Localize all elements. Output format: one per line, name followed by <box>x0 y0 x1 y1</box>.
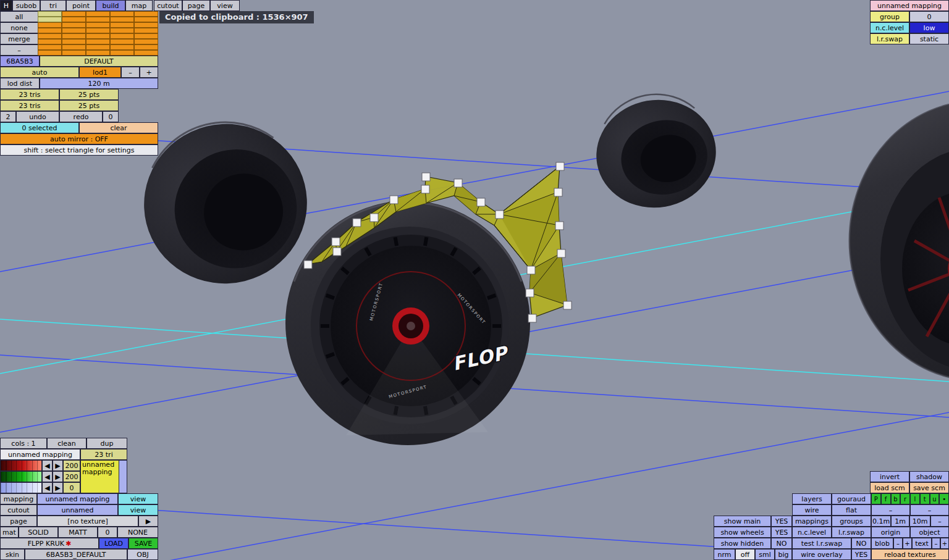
page-next-button[interactable]: ▶ <box>138 516 158 527</box>
dash-button[interactable]: – <box>910 504 949 516</box>
flat-button[interactable]: flat <box>832 504 871 516</box>
vertex-handle[interactable] <box>370 214 378 222</box>
palette-cell[interactable] <box>86 33 110 39</box>
tab-build[interactable]: build <box>96 0 125 11</box>
tab-map[interactable]: map <box>125 0 153 11</box>
show-hidden-value[interactable]: NO <box>771 538 792 549</box>
palette-cell[interactable] <box>86 44 110 50</box>
cutout-view-button[interactable]: view <box>118 504 158 516</box>
palette-cell[interactable] <box>62 50 86 56</box>
palette-cell[interactable] <box>110 33 134 39</box>
nc-level-button[interactable]: n.c.level <box>792 527 832 538</box>
skin-value[interactable]: 6BA5B3_DEFAULT <box>25 549 127 560</box>
show-main-toggle[interactable]: show main <box>714 516 771 527</box>
tab-view[interactable]: view <box>210 0 240 11</box>
toggle-dot-button[interactable]: • <box>939 493 949 504</box>
object-id-button[interactable]: 6BA5B3 <box>0 56 40 67</box>
palette-cell[interactable] <box>86 17 110 22</box>
preset-default-button[interactable]: DEFAULT <box>40 56 158 67</box>
toggle-b-button[interactable]: b <box>891 493 901 504</box>
palette-cell[interactable] <box>62 22 86 28</box>
lr-swap-button[interactable]: l.r.swap <box>832 527 871 538</box>
cols-button[interactable]: cols : 1 <box>0 438 47 449</box>
save-scm-button[interactable]: save scm <box>909 482 949 493</box>
vertex-handle[interactable] <box>557 249 565 257</box>
palette-cell[interactable] <box>38 17 62 22</box>
palette-cell[interactable] <box>38 39 62 44</box>
mapping-list-item[interactable]: unnamed mapping <box>80 460 119 493</box>
test-lr-swap-value[interactable]: NO <box>851 538 871 549</box>
palette-cell[interactable] <box>62 39 86 44</box>
palette-cell[interactable] <box>134 39 158 44</box>
palette-cell[interactable] <box>86 39 110 44</box>
palette-cell[interactable] <box>38 22 62 28</box>
blue-channel-value[interactable]: 0 <box>63 482 80 493</box>
palette-cell[interactable] <box>110 22 134 28</box>
vertex-handle[interactable] <box>554 188 562 196</box>
wire-overlay-value[interactable]: YES <box>851 549 871 560</box>
palette-cell[interactable] <box>38 50 62 56</box>
text-plus-button[interactable]: + <box>940 538 949 549</box>
layers-button[interactable]: layers <box>792 493 832 504</box>
palette-cell[interactable] <box>86 11 110 17</box>
text-button[interactable]: text <box>912 538 932 549</box>
palette-cell[interactable] <box>110 11 134 17</box>
object-button[interactable]: object <box>910 527 949 538</box>
invert-button[interactable]: invert <box>870 471 909 482</box>
blob-plus-button[interactable]: + <box>903 538 912 549</box>
blob-minus-button[interactable]: – <box>893 538 903 549</box>
palette-cell[interactable] <box>38 44 62 50</box>
palette-cell[interactable] <box>134 50 158 56</box>
tab-tri[interactable]: tri <box>40 0 66 11</box>
dash-button[interactable]: – <box>871 504 910 516</box>
green-channel-bar[interactable] <box>0 471 42 482</box>
lod-dist-value[interactable]: 120 m <box>40 78 158 89</box>
lr-swap-value[interactable]: static <box>909 33 949 44</box>
palette-cell[interactable] <box>62 33 86 39</box>
gouraud-button[interactable]: gouraud <box>832 493 871 504</box>
palette-cell[interactable] <box>62 17 86 22</box>
nrm-off-button[interactable]: off <box>735 549 755 560</box>
grid-10m-button[interactable]: 10m <box>909 516 930 527</box>
vertex-handle[interactable] <box>555 222 563 230</box>
load-scm-button[interactable]: load scm <box>870 482 909 493</box>
grid-1m-button[interactable]: 1m <box>891 516 909 527</box>
red-channel-value[interactable]: 200 <box>63 460 80 471</box>
vertex-handle[interactable] <box>477 198 485 206</box>
mapping-view-button[interactable]: view <box>118 493 158 504</box>
text-minus-button[interactable]: – <box>932 538 940 549</box>
clean-button[interactable]: clean <box>47 438 86 449</box>
vertex-handle[interactable] <box>563 301 572 309</box>
lod1-button[interactable]: lod1 <box>79 67 121 78</box>
vertex-handle[interactable] <box>496 211 504 219</box>
mapping-value[interactable]: unnamed mapping <box>37 493 118 504</box>
mapping-name[interactable]: unnamed mapping <box>0 449 80 460</box>
vertex-handle[interactable] <box>422 173 430 181</box>
auto-mirror-toggle[interactable]: auto mirror : OFF <box>0 133 158 144</box>
toggle-l-button[interactable]: l <box>910 493 920 504</box>
vertex-handle[interactable] <box>390 196 398 204</box>
arrow-left-icon[interactable]: ◀ <box>42 482 53 493</box>
palette-cell[interactable] <box>38 11 62 17</box>
palette-cell[interactable] <box>110 17 134 22</box>
undo-button[interactable]: undo <box>16 111 59 122</box>
page-texture-value[interactable]: [no texture] <box>37 516 138 527</box>
blue-channel-bar[interactable] <box>0 482 42 493</box>
nrm-sml-button[interactable]: sml <box>755 549 775 560</box>
vertex-handle[interactable] <box>556 162 564 170</box>
show-main-value[interactable]: YES <box>771 516 792 527</box>
vertex-handle[interactable] <box>353 219 361 227</box>
palette-cell[interactable] <box>86 22 110 28</box>
wheel-front-right[interactable] <box>850 101 949 380</box>
test-lr-swap-button[interactable]: test l.r.swap <box>792 538 851 549</box>
show-wheels-toggle[interactable]: show wheels <box>714 527 771 538</box>
show-wheels-value[interactable]: YES <box>771 527 792 538</box>
palette-cell[interactable] <box>110 50 134 56</box>
arrow-right-icon[interactable]: ▶ <box>53 460 63 471</box>
load-button[interactable]: LOAD <box>99 538 129 549</box>
wheel-main[interactable]: MOTORSPORT MOTORSPORT MOTORSPORT FLOP <box>285 201 530 445</box>
palette-cell[interactable] <box>134 33 158 39</box>
shadow-button[interactable]: shadow <box>909 471 949 482</box>
blob-button[interactable]: blob <box>871 538 893 549</box>
groups-button[interactable]: groups <box>832 516 871 527</box>
